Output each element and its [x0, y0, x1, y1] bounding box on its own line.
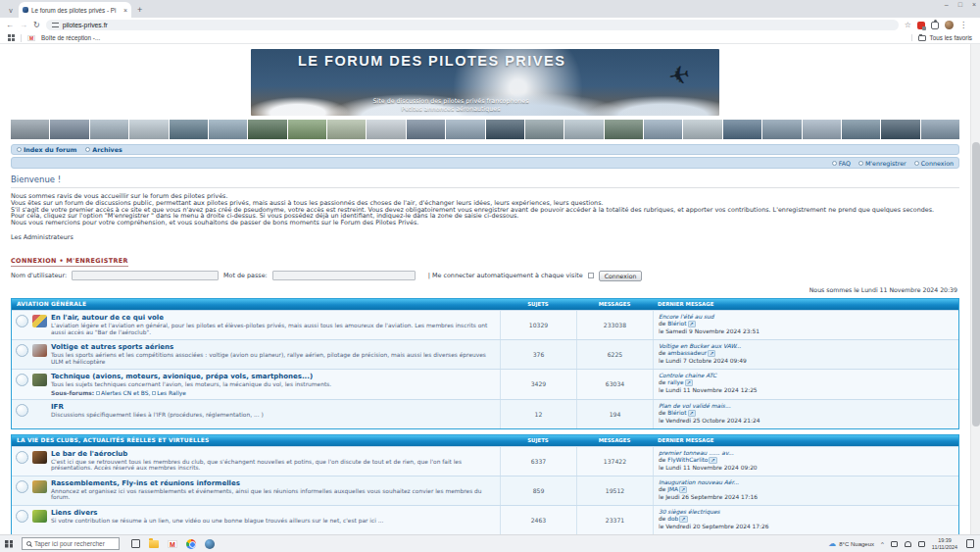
- forum-link[interactable]: Le bar de l'aéroclub: [51, 450, 496, 458]
- current-date-line: Nous sommes le Lundi 11 Novembre 2024 20…: [11, 286, 957, 293]
- goto-last-post-icon[interactable]: ↗: [679, 486, 687, 493]
- photo-thumbnail: [446, 120, 484, 139]
- goto-last-post-icon[interactable]: ↗: [679, 516, 687, 523]
- welcome-signature: Les Administrateurs: [11, 234, 959, 241]
- task-view-icon[interactable]: [131, 539, 140, 548]
- search-icon: [26, 541, 31, 546]
- nav-faq[interactable]: FAQ: [832, 160, 851, 167]
- window-maximize-button[interactable]: □: [958, 1, 962, 8]
- forum-link[interactable]: Technique (avions, moteurs, avionique, p…: [51, 373, 496, 380]
- forward-button[interactable]: →: [20, 21, 27, 29]
- welcome-title: Bienvenue !: [11, 175, 959, 184]
- reload-button[interactable]: ↻: [33, 21, 40, 29]
- last-message-author[interactable]: JMA: [667, 486, 678, 492]
- profile-avatar[interactable]: [945, 21, 954, 29]
- adblock-extension-icon[interactable]: [917, 22, 925, 29]
- nav-index-du-forum[interactable]: Index du forum: [17, 146, 76, 153]
- forum-link[interactable]: IFR: [51, 403, 496, 411]
- scrollbar-thumb[interactable]: [972, 142, 980, 427]
- last-message-link[interactable]: Inauguration nouveau Aér...: [659, 479, 954, 487]
- last-message-author[interactable]: dob: [667, 516, 678, 522]
- username-field[interactable]: [72, 271, 219, 280]
- clock-date: 11/11/2024: [932, 544, 957, 550]
- start-button[interactable]: [0, 535, 18, 552]
- login-submit-button[interactable]: Connexion: [599, 271, 643, 281]
- nav-archives[interactable]: Archives: [85, 146, 122, 153]
- window-minimize-button[interactable]: –: [945, 1, 949, 8]
- forum-row: Voltige et autres sports aériens Tous le…: [12, 339, 958, 369]
- forum-row: IFR Discussions spécifiquement liées à l…: [12, 399, 958, 428]
- last-message-link[interactable]: Encore l'été au sud: [659, 314, 954, 322]
- last-message-author[interactable]: FlyWithCarlito: [667, 457, 708, 463]
- windows-taskbar: Taper ici pour rechercher M ☁ 8°C Nuageu…: [0, 534, 980, 552]
- chrome-icon[interactable]: [186, 539, 196, 549]
- weather-widget[interactable]: ☁ 8°C Nuageux: [828, 539, 874, 548]
- tab-search-icon[interactable]: v: [5, 4, 17, 16]
- taskbar-clock[interactable]: 19:39 11/11/2024: [932, 537, 957, 550]
- last-message-date: le Lundi 11 Novembre 2024 09:20: [659, 465, 954, 473]
- forum-image: [32, 374, 47, 386]
- last-message-author[interactable]: Blériot: [667, 410, 686, 416]
- bookmark-inbox[interactable]: Boîte de réception -...: [41, 34, 100, 41]
- notification-center-icon[interactable]: [966, 539, 974, 548]
- forum-row: Le bar de l'aéroclub C'est ici que se re…: [12, 446, 958, 476]
- new-tab-button[interactable]: +: [137, 5, 142, 15]
- messages-count: 137422: [576, 447, 653, 476]
- site-info-icon[interactable]: [52, 23, 59, 27]
- gmail-taskbar-icon[interactable]: M: [168, 540, 177, 548]
- forum-status-icon: [16, 480, 28, 493]
- forum-link[interactable]: En l'air, autour de ce qui vole: [51, 314, 496, 322]
- bookmark-star-icon[interactable]: ☆: [905, 21, 911, 29]
- nav-login[interactable]: Connexion: [914, 160, 954, 167]
- remember-me-checkbox[interactable]: [588, 273, 594, 278]
- forum-link[interactable]: Rassemblements, Fly-ins et réunions info…: [51, 479, 496, 487]
- subforum-link[interactable]: Les Rallye: [157, 390, 186, 396]
- page-scrollbar[interactable]: [970, 44, 980, 534]
- last-message-link[interactable]: Controle chaine ATC: [659, 373, 954, 380]
- tab-close-icon[interactable]: ×: [123, 7, 127, 14]
- goto-last-post-icon[interactable]: ↗: [709, 457, 716, 464]
- all-bookmarks[interactable]: Tous les favoris: [911, 34, 972, 41]
- onedrive-icon[interactable]: [891, 541, 898, 547]
- password-field[interactable]: [272, 271, 416, 280]
- last-message-link[interactable]: premier tonneau ...... av...: [659, 450, 954, 458]
- goto-last-post-icon[interactable]: ↗: [685, 379, 693, 386]
- taskbar-search[interactable]: Taper ici pour rechercher: [22, 537, 120, 550]
- photo-thumbnail: [644, 120, 682, 139]
- messages-count: 194: [576, 400, 653, 428]
- category-title[interactable]: LA VIE DES CLUBS, ACTUALITÉS RÉELLES ET …: [12, 437, 500, 443]
- volume-icon[interactable]: [918, 541, 925, 547]
- goto-last-post-icon[interactable]: ↗: [708, 350, 715, 357]
- forum-description: Tous les sujets techniques concernant l'…: [51, 381, 496, 388]
- window-close-button[interactable]: ×: [972, 1, 976, 8]
- file-explorer-icon[interactable]: [149, 540, 159, 548]
- nav-register[interactable]: M'enregistrer: [858, 160, 906, 167]
- back-button[interactable]: ←: [6, 21, 14, 29]
- network-icon[interactable]: [905, 541, 911, 547]
- last-message-author[interactable]: rallye: [667, 379, 683, 385]
- tray-chevron-icon[interactable]: ^: [881, 541, 884, 547]
- browser-toolbar: ← → ↻ pilotes-prives.fr ☆ ⋮: [0, 18, 980, 32]
- last-message-link[interactable]: Plan de vol validé mais...: [659, 403, 954, 411]
- last-message-date: le Lundi 7 Octobre 2024 09:49: [659, 358, 954, 366]
- forum-link[interactable]: Voltige et autres sports aériens: [51, 343, 496, 351]
- forum-description: C'est ici que se retrouvent tous les mem…: [51, 459, 496, 473]
- last-message-date: le Jeudi 26 Septembre 2024 17:16: [659, 494, 954, 502]
- pinned-app-icon[interactable]: [205, 539, 215, 549]
- category-title[interactable]: AVIATION GÉNÉRALE: [12, 301, 500, 307]
- apps-grid-icon[interactable]: [8, 34, 15, 41]
- goto-last-post-icon[interactable]: ↗: [688, 410, 696, 417]
- last-message-author[interactable]: Blériot: [667, 321, 686, 326]
- photo-thumbnail: [683, 120, 721, 139]
- last-message-link[interactable]: Voltige en Bucker aux VAW...: [659, 343, 954, 351]
- forum-description: Si votre contribution se résume à un lie…: [51, 518, 496, 525]
- browser-menu-icon[interactable]: ⋮: [959, 21, 967, 29]
- address-bar[interactable]: pilotes-prives.fr: [46, 20, 899, 30]
- browser-tab[interactable]: Le forum des pilotes privés - Pi ×: [19, 2, 131, 18]
- forum-link[interactable]: Liens divers: [51, 509, 496, 517]
- goto-last-post-icon[interactable]: ↗: [688, 321, 696, 327]
- last-message-author[interactable]: ambassadeur: [667, 350, 707, 356]
- extensions-puzzle-icon[interactable]: [931, 22, 939, 29]
- last-message-link[interactable]: 30 sièges électriques: [659, 509, 954, 517]
- subforum-link[interactable]: Alertes CN et BS: [101, 390, 152, 396]
